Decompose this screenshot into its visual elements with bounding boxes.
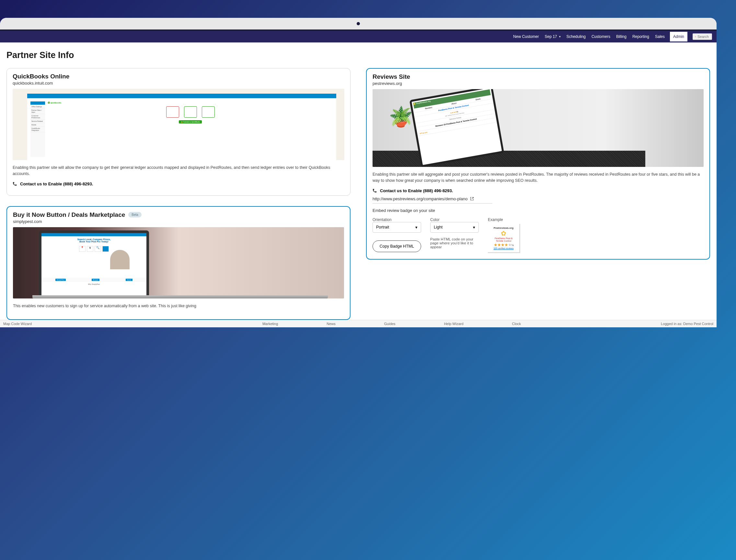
card-title-quickbooks: QuickBooks Online xyxy=(13,73,345,80)
chevron-down-icon: ▾ xyxy=(415,225,417,230)
app-window: New Customer Sep 17 Scheduling Customers… xyxy=(0,29,717,327)
footer-marketing[interactable]: Marketing xyxy=(263,322,278,326)
card-image-reviews: 🪴 🌟 PestReviews.org ReviewsAboutDeals Pe… xyxy=(372,89,704,167)
orientation-label: Orientation xyxy=(372,217,421,222)
device-bezel xyxy=(0,18,717,29)
example-badge: Pestreviews.org ✿ PestDemo Pest & Termit… xyxy=(488,224,520,253)
footer-news[interactable]: News xyxy=(327,322,336,326)
embed-label: Embed review badge on your site xyxy=(372,208,704,213)
card-title-buyitnow: Buy it Now Button / Deals Marketplace Be… xyxy=(13,211,344,218)
footer-mapcode[interactable]: Map Code Wizard xyxy=(3,322,32,326)
content-area: Partner Site Info QuickBooks Online quic… xyxy=(0,42,717,320)
search-icon xyxy=(695,35,696,39)
color-select[interactable]: Light ▾ xyxy=(430,222,479,233)
cards-col-left: QuickBooks Online quickbooks.intuit.com … xyxy=(6,68,351,320)
card-desc-buyitnow: This enables new customers to sign up fo… xyxy=(13,303,344,309)
card-desc-quickbooks: Enabling this partner site will allow th… xyxy=(13,165,345,177)
card-desc-reviews: Enabling this partner site will aggregat… xyxy=(372,171,704,184)
nav-sales[interactable]: Sales xyxy=(655,34,665,39)
footer-guides[interactable]: Guides xyxy=(384,322,395,326)
phone-icon xyxy=(372,189,377,193)
example-label: Example xyxy=(488,217,520,222)
phone-icon xyxy=(13,182,17,186)
top-nav: New Customer Sep 17 Scheduling Customers… xyxy=(0,29,717,42)
bottom-bar: Map Code Wizard Marketing News Guides He… xyxy=(0,320,717,327)
nav-reporting[interactable]: Reporting xyxy=(632,34,649,39)
badge-verified-link[interactable]: 325 verified reviews xyxy=(491,247,516,250)
badge-stars: ★★★★★¼ xyxy=(491,242,516,247)
contact-row-quickbooks: Contact us to Enable (888) 496-8293. xyxy=(13,181,345,186)
orientation-select[interactable]: Portrait ▾ xyxy=(372,222,421,233)
card-image-quickbooks: Office Settings Partner Sites / Apps Cus… xyxy=(13,89,345,160)
contact-row-reviews: Contact us to Enable (888) 496-8293. xyxy=(372,188,704,193)
nav-scheduling[interactable]: Scheduling xyxy=(567,34,586,39)
cards-row: QuickBooks Online quickbooks.intuit.com … xyxy=(6,68,710,320)
beta-badge: Beta xyxy=(128,212,142,217)
card-reviews: Reviews Site pestreviews.org 🪴 🌟 PestRev… xyxy=(366,68,710,260)
footer-clock[interactable]: Clock xyxy=(512,322,521,326)
search-box[interactable] xyxy=(693,33,712,40)
url-text-reviews: http://www.pestreviews.org/companies/dem… xyxy=(372,196,467,201)
nav-date[interactable]: Sep 17 xyxy=(544,34,560,39)
page-title: Partner Site Info xyxy=(6,50,710,60)
badge-flower-icon: ✿ xyxy=(491,230,516,237)
card-sub-buyitnow: simplypest.com xyxy=(13,219,344,224)
color-label: Color xyxy=(430,217,479,222)
nav-customers[interactable]: Customers xyxy=(591,34,610,39)
paste-instructions: Paste HTML code on your page where you'd… xyxy=(430,237,479,249)
camera-dot xyxy=(357,22,360,25)
card-sub-quickbooks: quickbooks.intuit.com xyxy=(13,81,345,86)
external-link-icon[interactable] xyxy=(470,197,474,201)
contact-text-reviews: Contact us to Enable (888) 496-8293. xyxy=(380,188,453,193)
copy-badge-button[interactable]: Copy Badge HTML xyxy=(372,240,421,252)
footer-loggedin: Logged in as: Demo Pest Control xyxy=(661,322,713,326)
search-input[interactable] xyxy=(697,35,710,39)
card-image-buyitnow: Search Local, Compare Prices,Book Your P… xyxy=(13,227,344,298)
nav-admin[interactable]: Admin xyxy=(670,32,687,41)
badge-company-name: PestDemo Pest & Termite Control xyxy=(491,237,516,243)
nav-new-customer[interactable]: New Customer xyxy=(513,34,539,39)
nav-billing[interactable]: Billing xyxy=(616,34,626,39)
cards-col-right: Reviews Site pestreviews.org 🪴 🌟 PestRev… xyxy=(366,68,710,260)
svg-point-0 xyxy=(695,36,696,37)
device-frame: New Customer Sep 17 Scheduling Customers… xyxy=(0,18,717,327)
card-sub-reviews: pestreviews.org xyxy=(372,81,704,86)
card-quickbooks: QuickBooks Online quickbooks.intuit.com … xyxy=(6,68,351,196)
badge-site-name: Pestreviews.org xyxy=(491,227,516,229)
url-row-reviews: http://www.pestreviews.org/companies/dem… xyxy=(372,196,492,204)
card-title-reviews: Reviews Site xyxy=(372,73,704,80)
chevron-down-icon: ▾ xyxy=(473,225,475,230)
qb-connect-button: 🔒 Connect to QuickBooks xyxy=(179,120,202,123)
card-buyitnow: Buy it Now Button / Deals Marketplace Be… xyxy=(6,206,351,320)
svg-line-1 xyxy=(696,37,696,37)
footer-helpwizard[interactable]: Help Wizard xyxy=(444,322,463,326)
embed-controls: Orientation Portrait ▾ Copy Badge HTML xyxy=(372,217,704,253)
contact-text-quickbooks: Contact us to Enable (888) 496-8293. xyxy=(20,181,93,186)
